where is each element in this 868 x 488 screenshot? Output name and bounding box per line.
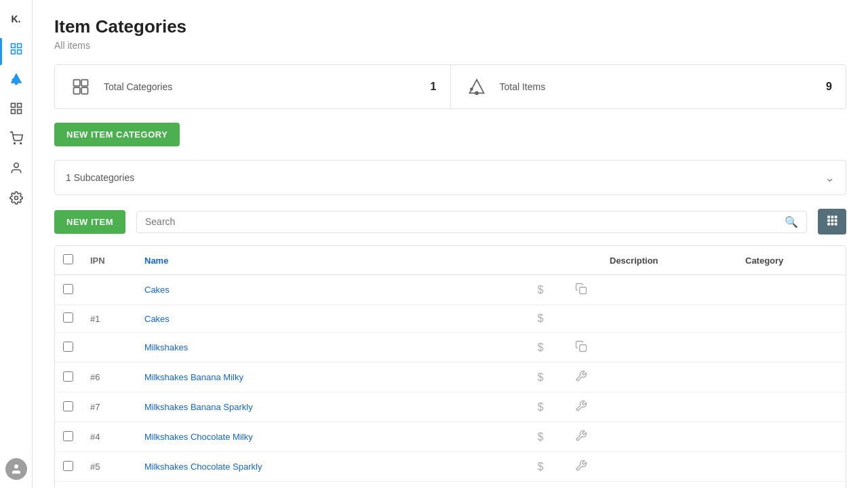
row-ipn [82, 275, 136, 305]
svg-rect-7 [11, 104, 15, 108]
row-checkbox[interactable] [63, 312, 73, 323]
sidebar-item-items[interactable] [3, 65, 30, 92]
row-category [737, 392, 846, 422]
tools-icon[interactable] [561, 452, 601, 482]
sidebar-item-dashboard[interactable] [3, 35, 30, 62]
row-name[interactable]: Milkshakes Strawberry Milky [136, 482, 520, 489]
svg-rect-30 [831, 223, 834, 226]
row-description [601, 392, 737, 422]
row-checkbox[interactable] [63, 401, 73, 411]
tools-icon[interactable] [561, 482, 601, 489]
svg-rect-8 [17, 104, 21, 108]
row-ipn: #2 [82, 482, 136, 489]
svg-rect-2 [11, 50, 15, 54]
svg-point-13 [14, 163, 18, 168]
tools-icon[interactable] [561, 392, 601, 422]
svg-rect-27 [831, 220, 834, 222]
search-input[interactable] [145, 216, 785, 227]
sidebar: K. [0, 0, 33, 488]
table-row: #7Milkshakes Banana Sparkly$ [55, 392, 846, 422]
row-name[interactable]: Cakes [136, 305, 520, 333]
row-description [601, 275, 737, 305]
col-description: Description [601, 246, 737, 275]
svg-rect-23 [827, 216, 830, 218]
dollar-icon[interactable]: $ [520, 422, 561, 452]
svg-rect-24 [831, 216, 834, 218]
stat-total-items: Total Items 9 [451, 65, 846, 108]
total-items-value: 9 [826, 81, 832, 93]
sidebar-item-cart[interactable] [3, 125, 30, 152]
dollar-icon[interactable]: $ [520, 333, 561, 363]
row-ipn: #5 [82, 452, 136, 482]
row-name[interactable]: Milkshakes [136, 333, 520, 363]
action-placeholder[interactable] [561, 305, 601, 333]
svg-rect-17 [81, 80, 87, 86]
new-category-button[interactable]: NEW ITEM CATEGORY [54, 123, 180, 146]
row-name[interactable]: Milkshakes Banana Milky [136, 363, 520, 392]
svg-point-14 [14, 197, 18, 200]
row-name[interactable]: Milkshakes Chocolate Sparkly [136, 452, 520, 482]
sidebar-item-logo[interactable]: K. [3, 5, 30, 33]
row-name[interactable]: Milkshakes Chocolate Milky [136, 422, 520, 452]
tools-icon[interactable] [561, 363, 601, 392]
svg-point-6 [12, 79, 14, 81]
svg-point-5 [14, 81, 18, 85]
category-icon [68, 75, 93, 99]
svg-rect-16 [74, 80, 80, 86]
svg-point-15 [14, 464, 18, 468]
svg-point-22 [470, 87, 473, 91]
svg-point-12 [20, 143, 21, 144]
sidebar-item-grid[interactable] [3, 95, 30, 122]
row-name[interactable]: Milkshakes Banana Sparkly [136, 392, 520, 422]
dollar-icon[interactable]: $ [520, 452, 561, 482]
dollar-icon[interactable]: $ [520, 482, 561, 489]
row-category [737, 422, 846, 452]
row-checkbox[interactable] [63, 461, 73, 471]
row-description [601, 305, 737, 333]
row-checkbox[interactable] [63, 342, 73, 352]
svg-rect-3 [17, 50, 21, 54]
select-all-checkbox[interactable] [63, 254, 73, 264]
items-icon [465, 75, 489, 99]
table-row: Cakes$ [55, 275, 846, 305]
row-name[interactable]: Cakes [136, 275, 520, 305]
row-ipn: #1 [82, 305, 136, 333]
table-row: #1Cakes$ [55, 305, 846, 333]
dollar-icon[interactable]: $ [520, 392, 561, 422]
svg-rect-33 [580, 345, 587, 352]
new-item-button[interactable]: NEW ITEM [54, 210, 125, 234]
view-toggle-button[interactable] [818, 209, 846, 235]
tools-icon[interactable] [561, 422, 601, 452]
svg-rect-29 [827, 223, 830, 226]
col-icon1 [520, 246, 561, 275]
table-row: #6Milkshakes Banana Milky$ [55, 363, 846, 392]
dollar-icon[interactable]: $ [520, 305, 561, 333]
table-row: #2Milkshakes Strawberry Milky$ [55, 482, 846, 489]
toolbar: NEW ITEM 🔍 [54, 209, 846, 235]
table-row: Milkshakes$ [55, 333, 846, 363]
svg-rect-18 [74, 87, 80, 94]
subcategories-bar[interactable]: 1 Subcategories ⌄ [54, 160, 846, 195]
svg-rect-9 [11, 110, 15, 114]
sidebar-item-tools[interactable] [3, 184, 30, 211]
page-title: Item Categories [54, 16, 846, 37]
svg-rect-25 [835, 216, 837, 218]
row-checkbox[interactable] [63, 284, 73, 294]
dollar-icon[interactable]: $ [520, 275, 561, 305]
row-description [601, 333, 737, 363]
row-checkbox[interactable] [63, 431, 73, 441]
search-icon: 🔍 [785, 216, 798, 228]
copy-icon[interactable] [561, 275, 601, 305]
svg-point-21 [475, 91, 479, 95]
svg-rect-32 [580, 287, 587, 294]
user-avatar[interactable] [5, 458, 27, 480]
dollar-icon[interactable]: $ [520, 363, 561, 392]
row-ipn: #7 [82, 392, 136, 422]
copy-icon[interactable] [561, 333, 601, 363]
sidebar-item-person[interactable] [3, 155, 30, 182]
svg-rect-26 [827, 220, 830, 222]
svg-point-11 [14, 143, 15, 144]
row-category [737, 333, 846, 363]
page-subtitle: All items [54, 40, 846, 51]
row-checkbox[interactable] [63, 371, 73, 382]
